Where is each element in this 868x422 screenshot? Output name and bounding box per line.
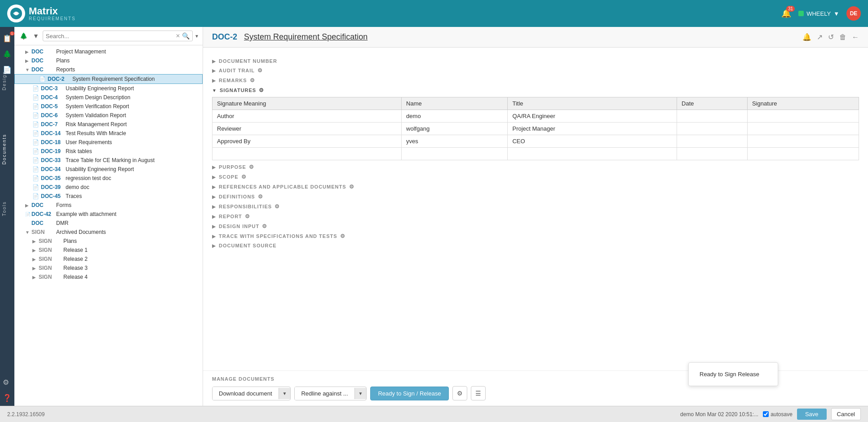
share-icon[interactable]: ↗ [817, 33, 823, 41]
section-label: DESIGN INPUT [219, 224, 259, 229]
cancel-button[interactable]: Cancel [831, 408, 861, 420]
tree-item[interactable]: 📄 DOC-7 Risk Management Report [14, 120, 203, 129]
dropdown-arrow-icon[interactable]: ▼ [279, 388, 291, 399]
tree-item[interactable]: ▶ DOC Plans [14, 56, 203, 65]
cell-date [677, 148, 748, 160]
sidebar-label-tools[interactable]: Tools [0, 198, 9, 220]
redline-button[interactable]: Redline against ... ▼ [294, 387, 367, 400]
gear-icon[interactable]: ⚙ [275, 203, 280, 210]
user-button[interactable]: WHEELY ▼ [798, 10, 839, 17]
user-name: WHEELY [806, 10, 831, 17]
section-label: PURPOSE [219, 164, 246, 170]
tree-item[interactable]: 📄 DOC-39 demo doc [14, 183, 203, 192]
section-label: DEFINITIONS [219, 194, 255, 199]
tree-item[interactable]: ▶ SIGN Release 3 [14, 264, 203, 273]
section-purpose[interactable]: ▶ PURPOSE ⚙ [212, 164, 859, 170]
arrow-icon: ▶ [212, 175, 216, 180]
section-trace[interactable]: ▶ TRACE WITH SPECIFICATIONS AND TESTS ⚙ [212, 233, 859, 239]
section-document-number[interactable]: ▶ DOCUMENT NUMBER [212, 58, 859, 64]
tree-item[interactable]: 📄 DOC-34 Usability Engineering Report [14, 165, 203, 174]
cell-signature [747, 123, 859, 135]
arrow-icon: ▶ [32, 266, 37, 271]
dropdown-arrow-icon[interactable]: ▼ [354, 388, 367, 399]
section-document-source[interactable]: ▶ DOCUMENT SOURCE [212, 243, 859, 248]
tree-item[interactable]: 📄 DOC-5 System Verification Report [14, 102, 203, 111]
tree-item[interactable]: ▼ SIGN Archived Documents [14, 228, 203, 237]
sidebar-icon-notifications[interactable]: 1 📋 [0, 31, 15, 46]
tree-item[interactable]: ▶ SIGN Plans [14, 237, 203, 246]
chevron-down-icon[interactable]: ▼ [31, 31, 41, 40]
section-definitions[interactable]: ▶ DEFINITIONS ⚙ [212, 193, 859, 200]
tree-item[interactable]: 📄 DOC-14 Test Results With Miracle [14, 129, 203, 138]
tree-item[interactable]: 📄 DOC-18 User Requirements [14, 138, 203, 147]
tree-item[interactable]: DOC DMR [14, 219, 203, 228]
notifications-button[interactable]: 🔔 31 [781, 9, 791, 18]
tree-item[interactable]: ▶ SIGN Release 2 [14, 255, 203, 264]
signatures-header[interactable]: ▼ SIGNATURES ⚙ [212, 87, 859, 93]
col-title: Title [508, 97, 677, 110]
section-remarks[interactable]: ▶ REMARKS ⚙ [212, 77, 859, 84]
gear-icon[interactable]: ⚙ [262, 223, 267, 229]
arrow-icon: ▶ [212, 68, 216, 73]
tree-item-doc2[interactable]: 📄 DOC-2 System Requirement Specification [14, 74, 203, 84]
user-status-indicator [798, 11, 804, 16]
search-options-icon[interactable]: ▼ [195, 34, 199, 39]
clear-icon[interactable]: ✕ [176, 33, 180, 39]
tree-item[interactable]: 📄 DOC-35 regression test doc [14, 174, 203, 183]
back-icon[interactable]: ← [852, 33, 859, 41]
tree-item[interactable]: 📄 DOC-4 System Design Description [14, 93, 203, 102]
autosave-input[interactable] [763, 411, 769, 417]
list-icon-button[interactable]: ☰ [471, 386, 486, 400]
gear-icon[interactable]: ⚙ [250, 77, 255, 84]
doc-page-icon: 📄 [32, 121, 39, 127]
sidebar-icon-help[interactable]: ❓ [0, 390, 15, 406]
gear-icon[interactable]: ⚙ [249, 164, 254, 170]
section-references[interactable]: ▶ REFERENCES AND APPLICABLE DOCUMENTS ⚙ [212, 184, 859, 190]
download-label: Download document [213, 387, 279, 400]
sidebar-label-design[interactable]: Design [0, 67, 9, 94]
tree-item[interactable]: 📄 DOC-33 Trace Table for CE Marking in A… [14, 156, 203, 165]
gear-icon[interactable]: ⚙ [259, 87, 264, 93]
tree-item[interactable]: ▶ DOC Project Management [14, 47, 203, 56]
tree-item[interactable]: 📄 DOC-6 System Validation Report [14, 111, 203, 120]
status-info: demo Mon Mar 02 2020 10:51:... autosave … [680, 408, 861, 420]
gear-icon[interactable]: ⚙ [245, 213, 250, 220]
gear-icon[interactable]: ⚙ [257, 67, 263, 74]
chevron-down-icon: ▼ [833, 10, 839, 17]
sidebar-label-documents[interactable]: Documents [0, 130, 9, 168]
section-design-input[interactable]: ▶ DESIGN INPUT ⚙ [212, 223, 859, 229]
autosave-checkbox[interactable]: autosave [763, 411, 793, 418]
section-report[interactable]: ▶ REPORT ⚙ [212, 213, 859, 220]
sidebar-icon-tools[interactable]: ⚙ [0, 374, 15, 390]
tree-item[interactable]: 📄 DOC-45 Traces [14, 192, 203, 201]
tree-item[interactable]: 📄 DOC-3 Usability Engineering Report [14, 84, 203, 93]
gear-icon[interactable]: ⚙ [258, 193, 263, 200]
history-icon[interactable]: ↺ [828, 33, 834, 41]
settings-icon-button[interactable]: ⚙ [452, 386, 467, 400]
section-responsibilities[interactable]: ▶ RESPONSIBILITIES ⚙ [212, 203, 859, 210]
gear-icon[interactable]: ⚙ [241, 174, 247, 180]
tree-icon[interactable]: 🌲 [18, 31, 29, 40]
tree-item[interactable]: 📄 DOC-42 Example with attachment [14, 210, 203, 219]
tree-item[interactable]: ▶ DOC Forms [14, 201, 203, 210]
sign-release-button[interactable]: Ready to Sign / Release [370, 387, 448, 400]
tree-item[interactable]: ▼ DOC Reports [14, 65, 203, 74]
bell-icon[interactable]: 🔔 [802, 33, 811, 41]
section-audit-trail[interactable]: ▶ AUDIT TRAIL ⚙ [212, 67, 859, 74]
section-scope[interactable]: ▶ SCOPE ⚙ [212, 174, 859, 180]
popup-release-item[interactable]: Ready to Sign Release [696, 368, 771, 380]
delete-icon[interactable]: 🗑 [839, 33, 846, 41]
tree-item[interactable]: ▶ SIGN Release 1 [14, 246, 203, 255]
sidebar-icon-tree[interactable]: 🌲 [0, 46, 15, 62]
gear-icon[interactable]: ⚙ [349, 184, 354, 190]
tree-content: ▶ DOC Project Management ▶ DOC Plans ▼ D… [14, 45, 203, 406]
tree-item[interactable]: ▶ SIGN Release 4 [14, 273, 203, 281]
arrow-icon: ▶ [212, 78, 216, 83]
search-icon[interactable]: 🔍 [182, 32, 190, 40]
save-button[interactable]: Save [797, 409, 827, 420]
gear-icon[interactable]: ⚙ [340, 233, 345, 239]
search-input[interactable] [46, 33, 176, 40]
download-document-button[interactable]: Download document ▼ [212, 387, 291, 400]
avatar[interactable]: DE [846, 6, 861, 21]
tree-item[interactable]: 📄 DOC-19 Risk tables [14, 147, 203, 156]
